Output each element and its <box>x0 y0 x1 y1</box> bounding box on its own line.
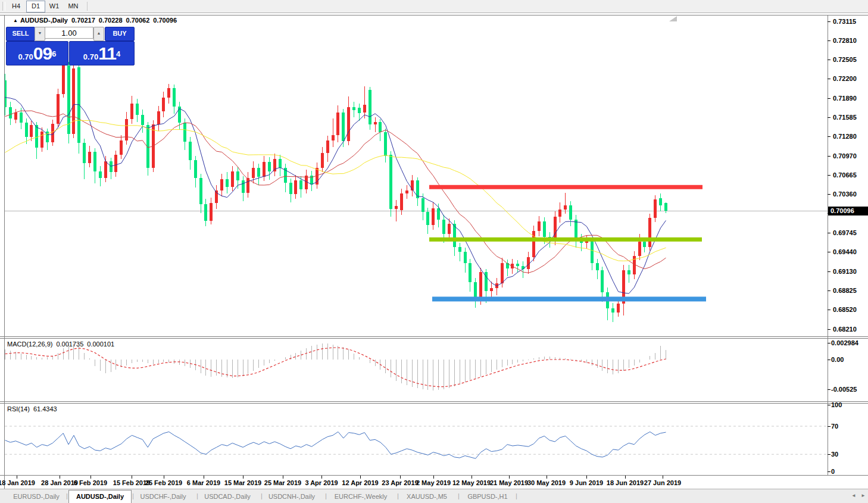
candle[interactable] <box>532 226 535 261</box>
tab-usdcnh-daily[interactable]: USDCNH-,Daily <box>264 490 319 502</box>
candle[interactable] <box>62 60 65 98</box>
candle[interactable] <box>490 282 493 299</box>
candle[interactable] <box>580 234 583 252</box>
candle[interactable] <box>189 137 192 170</box>
tab-usdcad-daily[interactable]: USDCAD-,Daily <box>200 490 255 502</box>
candle[interactable] <box>601 267 604 302</box>
candle[interactable] <box>194 156 197 188</box>
candle[interactable] <box>257 164 260 185</box>
candle[interactable] <box>416 177 419 206</box>
tab-gbpusd-h1[interactable]: GBPUSD-,H1 <box>462 490 513 502</box>
candle[interactable] <box>574 215 577 248</box>
candle[interactable] <box>384 129 387 163</box>
candle[interactable] <box>25 118 28 144</box>
candle[interactable] <box>654 195 657 221</box>
candle[interactable] <box>591 238 594 270</box>
tab-scroll-right-icon[interactable]: ► <box>861 493 866 498</box>
candle[interactable] <box>664 202 667 213</box>
candle[interactable] <box>104 156 107 182</box>
tab-eurusd-daily[interactable]: EURUSD-,Daily <box>6 490 67 502</box>
candle[interactable] <box>72 64 75 138</box>
candle[interactable] <box>231 166 234 191</box>
tab-xauusd-m5[interactable]: XAUUSD-,M5 <box>401 490 452 502</box>
candle[interactable] <box>114 151 117 177</box>
candle[interactable] <box>273 154 276 176</box>
candle[interactable] <box>67 62 70 143</box>
candle[interactable] <box>627 265 630 283</box>
candle[interactable] <box>141 110 144 133</box>
lot-decrease-button[interactable]: ▼ <box>35 27 45 41</box>
candle[interactable] <box>46 129 49 150</box>
tab-audusd-daily[interactable]: AUDUSD-,Daily <box>68 490 132 503</box>
candle[interactable] <box>369 87 371 130</box>
candle[interactable] <box>162 92 165 117</box>
candle[interactable] <box>226 172 229 193</box>
candle[interactable] <box>506 260 509 276</box>
candle[interactable] <box>474 278 477 308</box>
candle[interactable] <box>310 171 313 191</box>
buy-quote-button[interactable]: 0.70114 <box>69 41 135 65</box>
candle[interactable] <box>5 74 7 115</box>
candle[interactable] <box>426 208 429 234</box>
macd-indicator-chart[interactable] <box>5 339 828 401</box>
candle[interactable] <box>336 105 339 142</box>
candle[interactable] <box>279 155 282 176</box>
candle[interactable] <box>77 64 80 154</box>
tab-scroll-left-icon[interactable]: ◄ <box>851 493 856 498</box>
candle[interactable] <box>284 164 287 192</box>
toolbar-grip[interactable] <box>2 2 5 11</box>
timeframe-button-w1[interactable]: W1 <box>45 1 63 11</box>
candle[interactable] <box>110 158 113 179</box>
candle[interactable] <box>596 259 599 279</box>
candle[interactable] <box>374 117 377 132</box>
candle[interactable] <box>136 99 139 122</box>
candle[interactable] <box>347 96 350 145</box>
sell-button[interactable]: SELL <box>6 27 35 41</box>
sell-quote-button[interactable]: 0.70096 <box>6 41 68 65</box>
candle[interactable] <box>622 265 625 315</box>
timeframe-button-d1[interactable]: D1 <box>26 1 45 13</box>
candle[interactable] <box>242 176 245 201</box>
candle[interactable] <box>606 288 609 320</box>
candle[interactable] <box>157 106 160 131</box>
candle[interactable] <box>9 102 12 125</box>
candle[interactable] <box>321 147 324 172</box>
candle[interactable] <box>464 248 467 273</box>
candle[interactable] <box>220 174 223 196</box>
lot-increase-button[interactable]: ▲ <box>93 27 104 41</box>
tab-eurchf-weekly[interactable]: EURCHF-,Weekly <box>329 490 393 502</box>
rsi-indicator-chart[interactable] <box>5 404 828 475</box>
candle[interactable] <box>130 96 133 124</box>
candle[interactable] <box>358 104 361 121</box>
candle[interactable] <box>585 235 588 249</box>
chart-shift-icon[interactable] <box>669 16 677 21</box>
candle[interactable] <box>458 243 461 262</box>
timeframe-button-mn[interactable]: MN <box>64 1 82 11</box>
candle[interactable] <box>146 122 149 176</box>
candle[interactable] <box>99 166 102 186</box>
candle[interactable] <box>246 172 249 197</box>
candle[interactable] <box>263 156 266 181</box>
candle[interactable] <box>332 118 335 147</box>
candle[interactable] <box>294 175 297 199</box>
candle[interactable] <box>57 89 60 127</box>
candle[interactable] <box>405 185 408 199</box>
candle[interactable] <box>199 174 202 213</box>
lot-size-input[interactable] <box>45 27 93 39</box>
support-band[interactable] <box>432 296 706 301</box>
candle[interactable] <box>173 85 176 114</box>
candle[interactable] <box>204 199 207 226</box>
candle[interactable] <box>14 109 17 123</box>
candle[interactable] <box>558 202 561 223</box>
candle[interactable] <box>167 84 170 104</box>
candle[interactable] <box>363 86 366 118</box>
candle[interactable] <box>352 102 355 117</box>
tab-usdchf-daily[interactable]: USDCHF-,Daily <box>136 490 191 502</box>
candle[interactable] <box>411 175 414 196</box>
candle[interactable] <box>120 135 123 159</box>
candle[interactable] <box>30 121 33 141</box>
candle[interactable] <box>326 136 329 161</box>
candle[interactable] <box>88 146 91 167</box>
candle[interactable] <box>125 112 128 145</box>
candle[interactable] <box>83 139 86 180</box>
